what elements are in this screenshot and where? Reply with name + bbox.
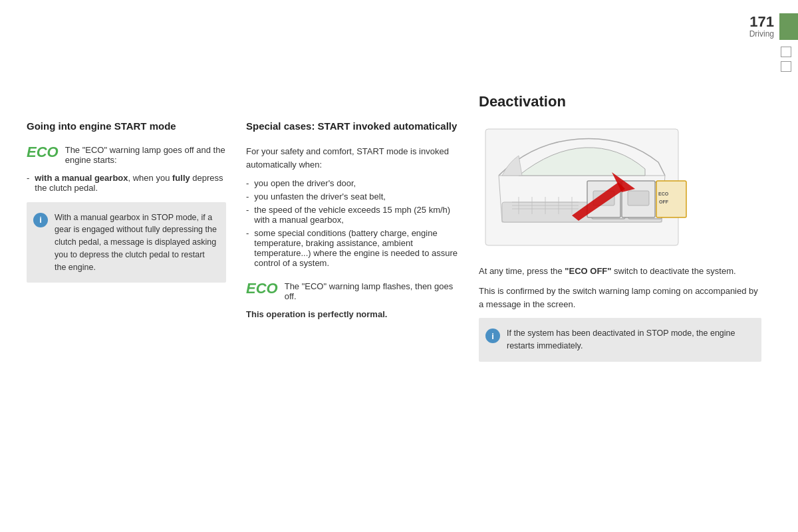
middle-column: Special cases: START invoked automatical… (246, 27, 459, 512)
operation-normal: This operation is perfectly normal. (246, 309, 459, 319)
list-item-text: the speed of the vehicle exceeds 15 mph … (254, 205, 459, 225)
nav-icon-1[interactable] (781, 47, 791, 57)
svg-text:ECO: ECO (658, 192, 669, 196)
right-para1: At any time, press the "ECO OFF" switch … (479, 265, 761, 278)
bold-text-2: fully (172, 173, 190, 183)
middle-heading: Special cases: START invoked automatical… (246, 120, 459, 133)
list-item: - with a manual gearbox, when you fully … (27, 173, 226, 193)
info-text-right: If the system has been deactivated in ST… (507, 327, 752, 352)
list-item: - some special conditions (battery charg… (246, 228, 459, 268)
nav-icon-2[interactable] (781, 61, 791, 72)
right-column: Deactivation (479, 27, 761, 512)
eco-desc-left: The "ECO" warning lamp goes off and the … (65, 145, 226, 165)
main-content: Going into engine START mode ECO The "EC… (27, 27, 761, 512)
list-item-text: you unfasten the driver's seat belt, (254, 192, 386, 201)
car-svg: ECO OFF (479, 122, 692, 255)
eco-desc-middle: The "ECO" warning lamp flashes, then goe… (285, 281, 459, 301)
info-icon-left: i (33, 213, 48, 227)
info-letter-right: i (491, 331, 494, 341)
info-box-right: i If the system has been deactivated in … (479, 318, 761, 362)
list-item: - the speed of the vehicle exceeds 15 mp… (246, 205, 459, 225)
left-heading: Going into engine START mode (27, 120, 226, 133)
list-item: - you open the driver's door, (246, 178, 459, 188)
eco-icon-middle: ECO (246, 281, 278, 296)
svg-rect-8 (628, 191, 649, 205)
nav-icons (781, 47, 791, 72)
page-color-block (779, 13, 798, 40)
eco-icon-left: ECO (27, 145, 59, 160)
info-letter: i (39, 215, 42, 225)
bold-text: with a manual gearbox (35, 173, 128, 183)
bullet-dash: - (27, 173, 29, 193)
info-box-left: i With a manual gearbox in STOP mode, if… (27, 202, 226, 283)
info-text-left: With a manual gearbox in STOP mode, if a… (55, 211, 217, 274)
list-item-text: you open the driver's door, (254, 178, 356, 188)
list-item: - you unfasten the driver's seat belt, (246, 192, 459, 201)
list-item-text: with a manual gearbox, when you fully de… (35, 173, 226, 193)
left-bullet-list: - with a manual gearbox, when you fully … (27, 173, 226, 193)
middle-para: For your safety and comfort, START mode … (246, 145, 459, 172)
list-item-text: some special conditions (battery charge,… (254, 228, 459, 268)
info-icon-right: i (485, 329, 500, 343)
car-illustration: ECO OFF (479, 122, 761, 255)
eco-off-label: "ECO OFF" (565, 266, 611, 276)
eco-logo-middle: ECO The "ECO" warning lamp flashes, then… (246, 281, 459, 301)
eco-logo-left: ECO The "ECO" warning lamp goes off and … (27, 145, 226, 165)
svg-text:OFF: OFF (659, 200, 669, 204)
deactivation-title: Deactivation (479, 93, 761, 110)
middle-bullet-list: - you open the driver's door, - you unfa… (246, 178, 459, 268)
left-column: Going into engine START mode ECO The "EC… (27, 27, 226, 512)
right-para2: This is confirmed by the switch warning … (479, 285, 761, 311)
